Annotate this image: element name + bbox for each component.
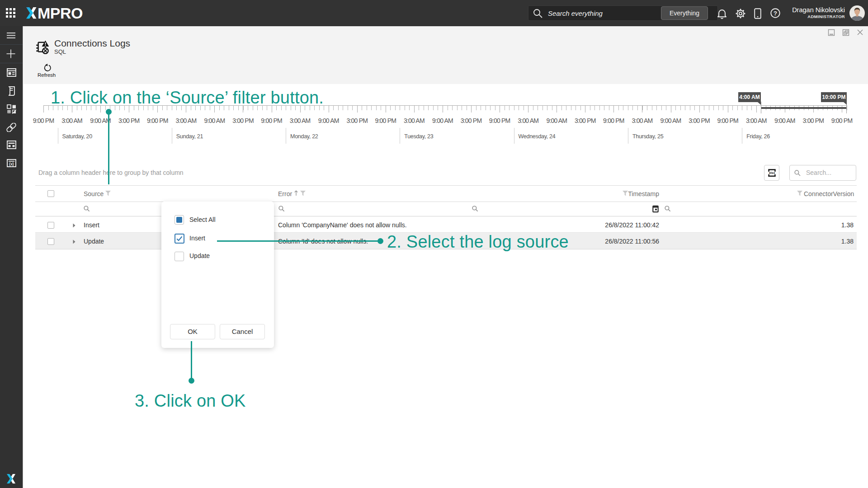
svg-text:MPRO: MPRO <box>38 5 83 21</box>
svg-text:(x): (x) <box>9 162 14 166</box>
svg-text:xlsx: xlsx <box>769 171 775 174</box>
